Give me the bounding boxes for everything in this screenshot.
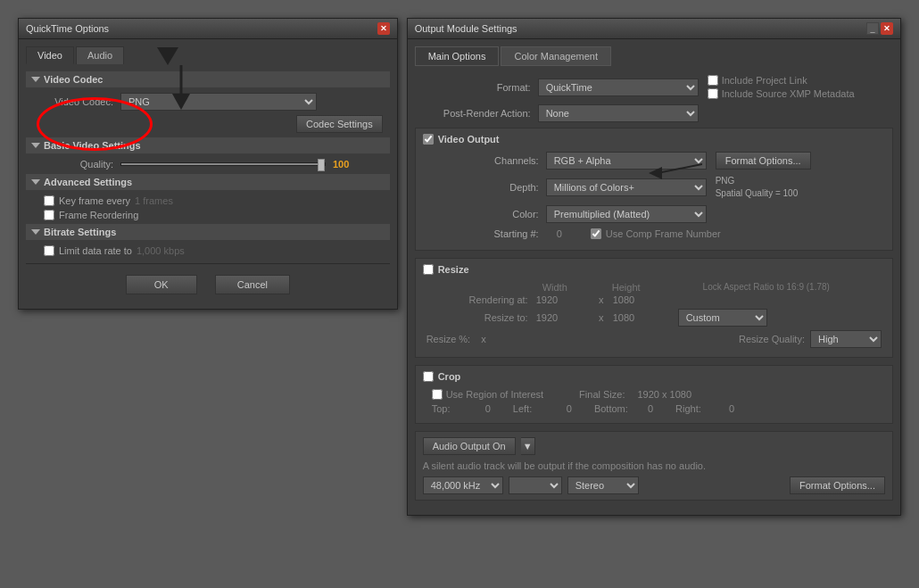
include-source-xmp-label: Include Source XMP Metadata (722, 88, 855, 99)
depth-row: Depth: Millions of Colors+ PNG Spatial Q… (423, 175, 885, 200)
channels-row: Channels: RGB + Alpha Format Options... (423, 152, 885, 170)
resize-checkbox[interactable] (423, 264, 434, 275)
quicktime-footer: OK Cancel (26, 263, 390, 302)
audio-info-text: A silent audio track will be output if t… (423, 460, 885, 471)
video-output-label: Video Output (438, 134, 500, 145)
resize-pct-x: x (481, 334, 486, 344)
channels-select[interactable]: RGB + Alpha (546, 152, 707, 170)
tab-audio[interactable]: Audio (76, 46, 124, 64)
basic-video-toggle[interactable] (31, 143, 40, 148)
crop-values-row: Top: 0 Left: 0 Bottom: 0 Right: 0 (423, 403, 885, 414)
resize-section: Resize Width Height Lock Aspect Ratio to… (415, 258, 893, 358)
output-module-title: Output Module Settings (415, 23, 517, 34)
depth-select[interactable]: Millions of Colors+ (546, 178, 707, 196)
audio-output-row: Audio Output On ▼ (423, 437, 885, 455)
om-tabs: Main Options Color Management (415, 46, 893, 66)
width-header: Width (542, 282, 567, 293)
resize-to-x: x (592, 312, 610, 323)
use-comp-frame-label: Use Comp Frame Number (606, 228, 721, 239)
cancel-button[interactable]: Cancel (215, 275, 290, 294)
crop-bottom-label: Bottom: (594, 403, 639, 414)
crop-section: Crop Use Region of Interest Final Size: … (415, 365, 893, 424)
use-comp-frame-checkbox[interactable] (591, 228, 601, 239)
lock-aspect-label: Lock Aspect Ratio to 16:9 (1.78) (703, 282, 830, 293)
video-codec-section-header: Video Codec (26, 71, 390, 87)
format-options-button[interactable]: Format Options... (716, 152, 811, 170)
quicktime-title: QuickTime Options (26, 23, 109, 34)
crop-label: Crop (438, 371, 461, 382)
video-output-checkbox[interactable] (423, 134, 434, 145)
video-output-section: Video Output Channels: RGB + Alpha Forma… (415, 128, 893, 251)
crop-bottom-value: 0 (648, 403, 653, 414)
resize-to-width: 1920 (536, 312, 590, 323)
advanced-section-header: Advanced Settings (26, 174, 390, 190)
depth-label: Depth: (423, 182, 539, 193)
rendering-at-x: x (592, 294, 610, 305)
color-select[interactable]: Premultiplied (Matted) (546, 205, 707, 223)
output-module-titlebar: Output Module Settings _ ✕ (408, 19, 900, 39)
starting-row: Starting #: 0 Use Comp Frame Number (423, 228, 885, 239)
include-project-link-checkbox[interactable] (708, 75, 718, 86)
resize-quality-select[interactable]: High (810, 330, 882, 348)
tab-video[interactable]: Video (26, 46, 74, 64)
final-size-value: 1920 x 1080 (637, 389, 691, 400)
starting-label: Starting #: (423, 228, 539, 239)
limit-rate-checkbox[interactable] (44, 245, 54, 256)
limit-rate-label: Limit data rate to (59, 245, 132, 256)
include-source-xmp-checkbox[interactable] (708, 88, 718, 99)
post-render-select[interactable]: None (538, 104, 699, 122)
include-options: Include Project Link Include Source XMP … (708, 75, 855, 99)
audio-dropdown-button[interactable]: ▼ (521, 437, 535, 455)
video-output-header: Video Output (423, 134, 885, 145)
ok-button[interactable]: OK (126, 275, 197, 294)
audio-extra-select[interactable] (509, 476, 562, 494)
video-audio-tabs: Video Audio (26, 46, 390, 64)
post-render-label: Post-Render Action: (415, 108, 531, 119)
video-codec-select[interactable]: PNG (120, 93, 317, 111)
basic-video-section-label: Basic Video Settings (44, 140, 141, 151)
audio-format-options-button[interactable]: Format Options... (790, 476, 885, 494)
rendering-at-label: Rendering at: (426, 294, 534, 305)
crop-right-value: 0 (729, 403, 734, 414)
close-button[interactable]: ✕ (377, 22, 390, 35)
color-label: Color: (423, 209, 539, 219)
tab-color-management[interactable]: Color Management (501, 46, 611, 66)
frame-reorder-checkbox[interactable] (44, 210, 54, 220)
crop-checkbox[interactable] (423, 371, 434, 382)
codec-settings-row: Codec Settings (26, 115, 390, 133)
audio-controls-row: 48,000 kHz Stereo Format Options... (423, 476, 885, 494)
crop-left-label: Left: (513, 403, 558, 414)
resize-header: Resize (423, 264, 885, 275)
quality-slider[interactable] (120, 162, 326, 166)
frame-reorder-label: Frame Reordering (59, 210, 138, 220)
advanced-toggle[interactable] (31, 179, 40, 185)
bitrate-toggle[interactable] (31, 229, 40, 235)
resize-preset-select[interactable]: Custom (678, 309, 767, 327)
video-codec-toggle[interactable] (31, 77, 40, 82)
sample-rate-select[interactable]: 48,000 kHz (423, 476, 503, 494)
keyframe-checkbox[interactable] (44, 195, 54, 206)
quicktime-window: QuickTime Options ✕ Video Audio Video Co… (18, 18, 398, 310)
video-codec-label: Video Codec: (33, 96, 113, 107)
audio-output-button[interactable]: Audio Output On (423, 437, 516, 455)
channels-select-audio[interactable]: Stereo (567, 476, 639, 494)
use-roi-checkbox[interactable] (432, 389, 443, 400)
format-row: Format: QuickTime Include Project Link I… (415, 75, 893, 99)
om-close-button[interactable]: ✕ (881, 22, 893, 35)
resize-pct-row: Resize %: x Resize Quality: High (423, 330, 885, 348)
height-header: Height (612, 282, 641, 293)
png-info-line2: Spatial Quality = 100 (716, 187, 799, 200)
frame-reorder-row: Frame Reordering (26, 210, 390, 220)
minimize-button[interactable]: _ (866, 22, 879, 35)
use-roi-label: Use Region of Interest (446, 389, 543, 400)
crop-right-label: Right: (675, 403, 720, 414)
keyframe-label: Key frame every (59, 195, 130, 206)
tab-main-options[interactable]: Main Options (415, 46, 500, 66)
post-render-row: Post-Render Action: None (415, 104, 893, 122)
resize-pct-label: Resize %: (426, 334, 476, 344)
resize-to-label: Resize to: (426, 312, 534, 323)
crop-header: Crop (423, 371, 885, 382)
resize-column-headers: Width Height Lock Aspect Ratio to 16:9 (… (423, 282, 885, 293)
codec-settings-button[interactable]: Codec Settings (296, 115, 383, 133)
format-select[interactable]: QuickTime (538, 79, 699, 96)
